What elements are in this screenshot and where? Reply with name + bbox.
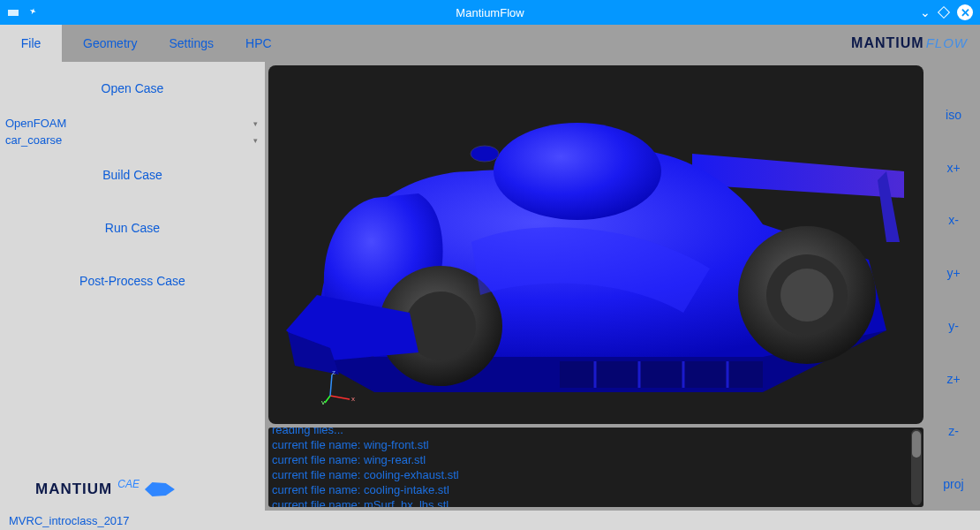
log-line: reading files... [272, 428, 920, 437]
view-xplus-button[interactable]: x+ [927, 141, 980, 194]
svg-line-12 [330, 396, 350, 399]
view-zminus-button[interactable]: z- [927, 405, 980, 458]
svg-text:y: y [321, 398, 325, 405]
solver-dropdown[interactable]: OpenFOAM ▾ [0, 115, 265, 132]
view-proj-button[interactable]: proj [927, 458, 980, 511]
company-name: MANTIUM [35, 481, 112, 498]
view-yplus-button[interactable]: y+ [927, 246, 980, 299]
scrollbar-thumb[interactable] [912, 431, 921, 458]
mesh-dropdown-value: car_coarse [5, 133, 62, 147]
status-text: MVRC_introclass_2017 [9, 514, 130, 527]
console-scrollbar[interactable] [911, 429, 922, 505]
minimize-icon[interactable]: ⌄ [920, 5, 931, 19]
brand-suffix: FLOW [926, 35, 968, 50]
axis-gizmo: x y z [321, 369, 357, 405]
app-icon [7, 6, 19, 19]
company-cae: CAE [117, 478, 139, 490]
solver-dropdown-value: OpenFOAM [5, 117, 66, 130]
menu-geometry[interactable]: Geometry [67, 36, 153, 50]
svg-line-14 [330, 375, 332, 396]
svg-text:x: x [351, 395, 355, 403]
left-panel: Open Case OpenFOAM ▾ car_coarse ▾ Build … [0, 62, 265, 511]
svg-point-2 [471, 146, 499, 162]
svg-rect-0 [8, 10, 19, 16]
log-line: current file name: wing-rear.stl [272, 452, 920, 467]
log-console[interactable]: reading files... current file name: wing… [268, 428, 923, 507]
window-titlebar: MantiumFlow ⌄ ✕ [0, 0, 980, 25]
view-iso-button[interactable]: iso [927, 88, 980, 141]
svg-point-5 [780, 269, 833, 322]
3d-viewport[interactable]: x y z [268, 65, 923, 424]
car-render [268, 65, 923, 419]
maximize-icon[interactable] [938, 6, 950, 19]
window-title: MantiumFlow [0, 6, 980, 19]
brand-logo: MANTIUMFLOW [851, 35, 968, 51]
close-icon[interactable]: ✕ [957, 4, 973, 20]
view-zplus-button[interactable]: z+ [927, 352, 980, 405]
brand-name: MANTIUM [851, 35, 924, 51]
status-bar: MVRC_introclass_2017 [0, 511, 980, 530]
post-process-button[interactable]: Post-Process Case [0, 254, 265, 307]
view-yminus-button[interactable]: y- [927, 299, 980, 352]
menu-hpc[interactable]: HPC [230, 36, 288, 50]
view-xminus-button[interactable]: x- [927, 194, 980, 247]
log-line: current file name: wing-front.stl [272, 437, 920, 452]
fish-icon [145, 481, 175, 498]
svg-point-1 [494, 123, 661, 220]
view-controls: iso x+ x- y+ y- z+ z- proj [927, 62, 980, 511]
chevron-down-icon: ▾ [253, 136, 258, 145]
open-case-button[interactable]: Open Case [0, 62, 265, 115]
svg-line-13 [325, 396, 330, 403]
log-line: current file name: mSurf_hx_lhs.stl [272, 497, 920, 507]
chevron-down-icon: ▾ [253, 119, 258, 128]
company-logo: MANTIUM CAE [0, 472, 265, 511]
build-case-button[interactable]: Build Case [0, 148, 265, 201]
menu-file[interactable]: File [0, 25, 62, 62]
menu-settings[interactable]: Settings [153, 36, 230, 50]
svg-text:z: z [332, 369, 335, 376]
mesh-dropdown[interactable]: car_coarse ▾ [0, 132, 265, 148]
log-line: current file name: cooling-intake.stl [272, 482, 920, 497]
pin-icon[interactable] [26, 6, 39, 19]
menu-bar: File Geometry Settings HPC MANTIUMFLOW [0, 25, 980, 62]
log-line: current file name: cooling-exhaust.stl [272, 467, 920, 482]
run-case-button[interactable]: Run Case [0, 201, 265, 254]
